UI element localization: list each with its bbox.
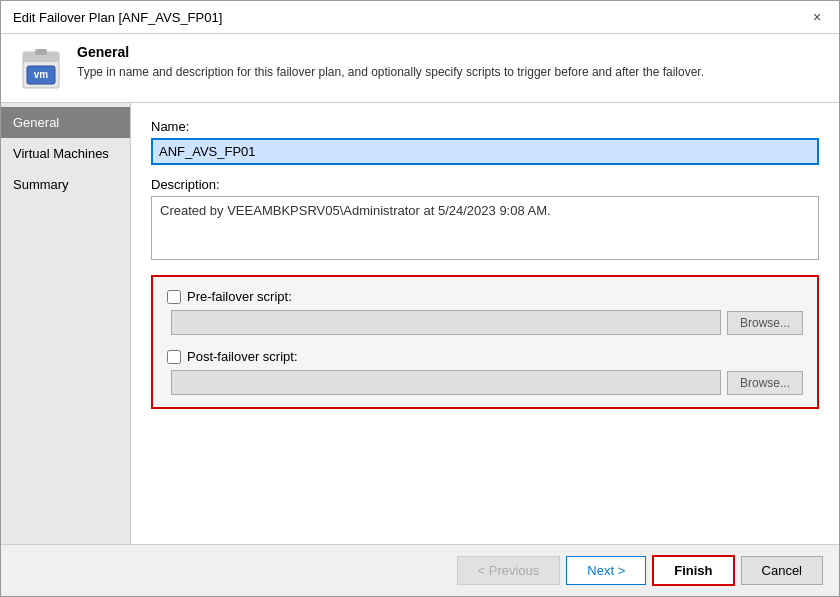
post-failover-label: Post-failover script:: [187, 349, 298, 364]
dialog: Edit Failover Plan [ANF_AVS_FP01] × vm G…: [0, 0, 840, 597]
footer: < Previous Next > Finish Cancel: [1, 544, 839, 596]
pre-failover-row: Pre-failover script: Browse...: [167, 289, 803, 335]
finish-button[interactable]: Finish: [652, 555, 734, 586]
name-input[interactable]: [151, 138, 819, 165]
pre-failover-label: Pre-failover script:: [187, 289, 292, 304]
description-label: Description:: [151, 177, 819, 192]
previous-button[interactable]: < Previous: [457, 556, 561, 585]
post-failover-input-row: Browse...: [167, 370, 803, 395]
pre-failover-input-row: Browse...: [167, 310, 803, 335]
header-text: General Type in name and description for…: [77, 44, 704, 81]
sidebar: General Virtual Machines Summary: [1, 103, 131, 544]
header-icon: vm: [17, 44, 65, 92]
svg-text:vm: vm: [34, 69, 49, 80]
title-bar: Edit Failover Plan [ANF_AVS_FP01] ×: [1, 1, 839, 34]
dialog-title: Edit Failover Plan [ANF_AVS_FP01]: [13, 10, 222, 25]
content-area: General Virtual Machines Summary Name: D…: [1, 103, 839, 544]
pre-failover-checkbox[interactable]: [167, 290, 181, 304]
name-label: Name:: [151, 119, 819, 134]
svg-rect-2: [35, 49, 47, 55]
close-button[interactable]: ×: [807, 7, 827, 27]
main-content: Name: Description: Created by VEEAMBKPSR…: [131, 103, 839, 544]
header-section: vm General Type in name and description …: [1, 34, 839, 103]
name-field-group: Name:: [151, 119, 819, 165]
sidebar-item-summary[interactable]: Summary: [1, 169, 130, 200]
description-textarea[interactable]: Created by VEEAMBKPSRV05\Administrator a…: [151, 196, 819, 260]
cancel-button[interactable]: Cancel: [741, 556, 823, 585]
pre-failover-label-row: Pre-failover script:: [167, 289, 803, 304]
scripts-section: Pre-failover script: Browse... Post-fail…: [151, 275, 819, 409]
header-title: General: [77, 44, 704, 60]
post-failover-browse-button[interactable]: Browse...: [727, 371, 803, 395]
sidebar-item-general[interactable]: General: [1, 107, 130, 138]
header-description: Type in name and description for this fa…: [77, 64, 704, 81]
post-failover-checkbox[interactable]: [167, 350, 181, 364]
description-field-group: Description: Created by VEEAMBKPSRV05\Ad…: [151, 177, 819, 263]
pre-failover-script-input[interactable]: [171, 310, 721, 335]
pre-failover-browse-button[interactable]: Browse...: [727, 311, 803, 335]
next-button[interactable]: Next >: [566, 556, 646, 585]
post-failover-row: Post-failover script: Browse...: [167, 349, 803, 395]
sidebar-item-virtual-machines[interactable]: Virtual Machines: [1, 138, 130, 169]
post-failover-label-row: Post-failover script:: [167, 349, 803, 364]
post-failover-script-input[interactable]: [171, 370, 721, 395]
